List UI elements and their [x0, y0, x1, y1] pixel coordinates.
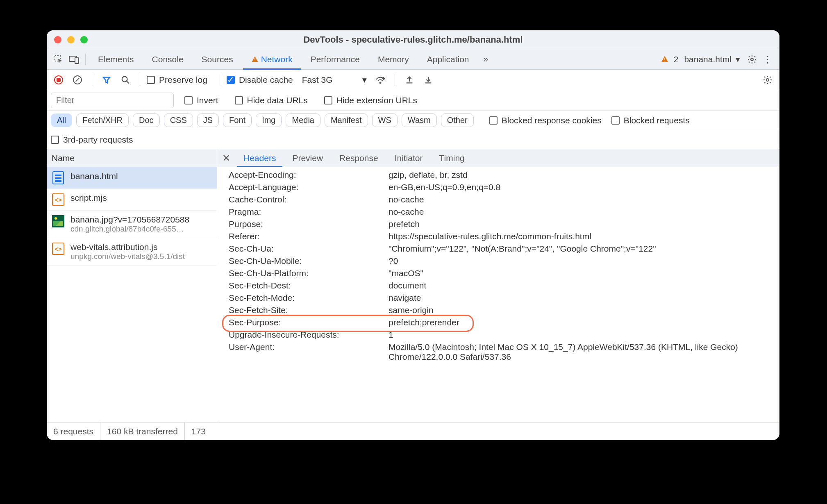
type-pill-other[interactable]: Other [441, 114, 474, 127]
kebab-icon[interactable]: ⋮ [760, 52, 775, 67]
svg-rect-4 [254, 61, 255, 61]
blocked-requests-checkbox[interactable]: Blocked requests [611, 116, 690, 125]
third-party-checkbox[interactable]: 3rd-party requests [51, 135, 133, 145]
zoom-icon[interactable] [80, 36, 88, 43]
header-name: Sec-Ch-Ua: [229, 244, 389, 254]
target-select[interactable]: banana.html ▾ [684, 54, 740, 64]
detail-tab-response[interactable]: Response [331, 149, 386, 167]
type-pill-manifest[interactable]: Manifest [325, 114, 368, 127]
header-value: prefetch [389, 219, 779, 229]
hide-ext-urls-label: Hide extension URLs [336, 95, 417, 105]
filter-row: Invert Hide data URLs Hide extension URL… [47, 90, 779, 111]
tab-sources[interactable]: Sources [193, 49, 242, 69]
checkbox-icon [184, 96, 193, 104]
issues-count[interactable]: 2 [661, 54, 679, 64]
img-icon [52, 215, 65, 228]
filter-icon[interactable] [99, 72, 114, 88]
request-row[interactable]: banana.html [47, 167, 217, 189]
js-icon: <> [52, 193, 65, 206]
checkbox-icon [51, 136, 59, 144]
svg-rect-3 [254, 58, 255, 60]
tab-label: Elements [98, 54, 134, 64]
detail-tab-headers[interactable]: Headers [235, 149, 284, 167]
invert-checkbox[interactable]: Invert [184, 95, 218, 105]
filter-input[interactable] [51, 93, 174, 108]
preserve-log-checkbox[interactable]: Preserve log [147, 75, 207, 85]
clear-button[interactable] [70, 72, 85, 88]
header-row: Sec-Purpose:prefetch;prerender [229, 316, 779, 329]
close-icon[interactable] [54, 36, 61, 43]
header-value: https://speculative-rules.glitch.me/comm… [389, 232, 779, 241]
header-value: gzip, deflate, br, zstd [389, 170, 779, 180]
request-row[interactable]: <>web-vitals.attribution.jsunpkg.com/web… [47, 238, 217, 266]
hide-ext-urls-checkbox[interactable]: Hide extension URLs [324, 95, 417, 105]
js-icon: <> [52, 242, 65, 255]
header-value: Mozilla/5.0 (Macintosh; Intel Mac OS X 1… [389, 342, 779, 362]
type-pill-ws[interactable]: WS [372, 114, 398, 127]
more-tabs-icon[interactable]: » [478, 52, 493, 67]
network-conditions-icon[interactable] [373, 72, 388, 88]
hide-data-urls-checkbox[interactable]: Hide data URLs [235, 95, 308, 105]
request-row[interactable]: banana.jpg?v=1705668720588cdn.glitch.glo… [47, 211, 217, 238]
header-name: Purpose: [229, 219, 389, 229]
tab-performance[interactable]: Performance [302, 49, 369, 69]
tab-label: Console [152, 54, 184, 64]
detail-tab-timing[interactable]: Timing [431, 149, 473, 167]
minimize-icon[interactable] [67, 36, 75, 43]
tab-application[interactable]: Application [418, 49, 478, 69]
throttling-select[interactable]: Fast 3G ▾ [302, 75, 367, 85]
type-pill-all[interactable]: All [51, 114, 72, 127]
tab-network[interactable]: Network [242, 49, 302, 69]
titlebar: DevTools - speculative-rules.glitch.me/b… [47, 30, 779, 49]
type-pill-js[interactable]: JS [197, 114, 219, 127]
type-pill-img[interactable]: Img [256, 114, 282, 127]
detail-tab-preview[interactable]: Preview [284, 149, 331, 167]
name-header[interactable]: Name [47, 149, 217, 167]
request-row[interactable]: <>script.mjs [47, 189, 217, 211]
status-resources: 173 [185, 422, 212, 440]
tab-label: Performance [311, 54, 360, 64]
type-pill-doc[interactable]: Doc [133, 114, 160, 127]
third-party-label: 3rd-party requests [63, 135, 133, 145]
header-value: 1 [389, 330, 779, 340]
type-pill-font[interactable]: Font [223, 114, 252, 127]
record-button[interactable] [51, 72, 66, 88]
tab-memory[interactable]: Memory [369, 49, 418, 69]
upload-icon[interactable] [402, 72, 417, 88]
inspect-icon[interactable] [51, 52, 66, 67]
blocked-cookies-checkbox[interactable]: Blocked response cookies [489, 116, 602, 125]
tab-elements[interactable]: Elements [89, 49, 143, 69]
disable-cache-checkbox[interactable]: ✓ Disable cache [227, 75, 293, 85]
svg-point-8 [122, 76, 127, 82]
download-icon[interactable] [420, 72, 436, 88]
header-value: navigate [389, 293, 779, 303]
header-name: Accept-Encoding: [229, 170, 389, 180]
checkbox-icon [611, 116, 620, 125]
separator [85, 54, 86, 65]
hide-data-urls-label: Hide data URLs [247, 95, 308, 105]
traffic-lights [54, 36, 88, 43]
type-pill-media[interactable]: Media [286, 114, 320, 127]
type-pill-css[interactable]: CSS [164, 114, 193, 127]
header-row: Accept-Encoding:gzip, deflate, br, zstd [229, 169, 779, 181]
tab-console[interactable]: Console [143, 49, 193, 69]
header-name: Sec-Purpose: [229, 318, 389, 327]
headers-list[interactable]: Accept-Encoding:gzip, deflate, br, zstdA… [217, 167, 779, 422]
close-details-icon[interactable]: ✕ [217, 152, 235, 164]
type-pill-fetch-xhr[interactable]: Fetch/XHR [76, 114, 129, 127]
tab-label: Sources [202, 54, 233, 64]
search-icon[interactable] [118, 72, 133, 88]
chevron-down-icon: ▾ [362, 75, 367, 85]
checkbox-icon [147, 76, 155, 84]
panel-gear-icon[interactable] [760, 72, 775, 88]
type-pill-wasm[interactable]: Wasm [402, 114, 437, 127]
request-name: banana.html [70, 171, 118, 181]
gear-icon[interactable] [744, 52, 760, 67]
header-name: Referer: [229, 232, 389, 241]
checkbox-icon [489, 116, 498, 125]
device-icon[interactable] [66, 52, 82, 67]
detail-tab-initiator[interactable]: Initiator [386, 149, 431, 167]
checkbox-icon [324, 96, 332, 104]
separator [92, 74, 92, 86]
header-row: Sec-Fetch-Mode:navigate [229, 292, 779, 304]
